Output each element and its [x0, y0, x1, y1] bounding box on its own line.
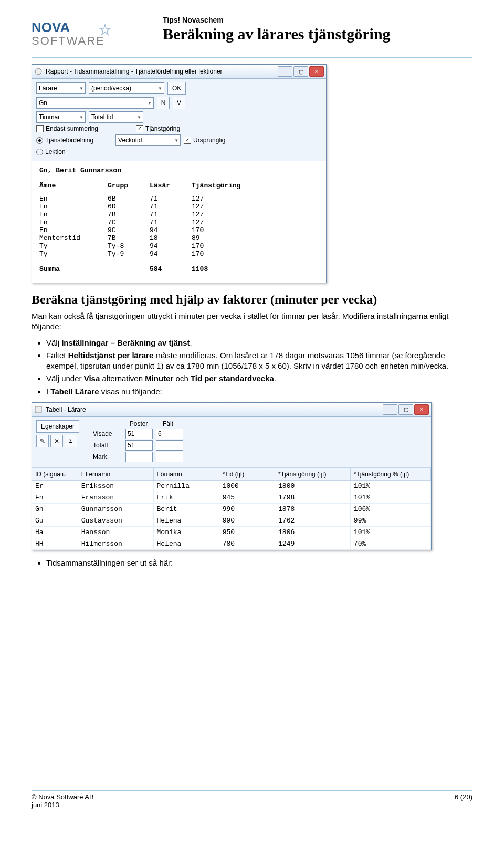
bullet-list: Välj Inställningar – Beräkning av tjänst… [46, 338, 472, 397]
table-header: ID (signatu Efternamn Förnamn *Tid (tjf)… [32, 468, 431, 481]
report-row: En6B71127 [39, 195, 319, 203]
totaltid-dropdown[interactable]: Total tid [89, 111, 143, 123]
svg-text:SOFTWARE: SOFTWARE [32, 34, 105, 47]
minimize-button[interactable]: – [383, 404, 397, 415]
report-body: Gn, Berit Gunnarsson Ämne Grupp Läsår Tj… [32, 161, 326, 283]
footer: © Nova Software AB juni 2013 6 (20) [32, 790, 472, 809]
app-icon [34, 405, 43, 414]
table-row[interactable]: FnFranssonErik9451798101% [32, 492, 431, 504]
teacher-name: Gn, Berit Gunnarsson [39, 166, 319, 174]
report-row: En7B71127 [39, 211, 319, 218]
report-window: Rapport - Tidsammanställning - Tjänstefö… [32, 64, 327, 283]
ok-button[interactable]: OK [167, 82, 186, 95]
n-button[interactable]: N [157, 97, 170, 109]
minimize-button[interactable]: – [278, 66, 292, 77]
svg-rect-4 [35, 406, 41, 413]
report-row: En9C94170 [39, 226, 319, 234]
svg-marker-1 [100, 25, 110, 35]
veckotid-dropdown[interactable]: Veckotid [116, 134, 181, 146]
sigma-button[interactable]: Σ [65, 435, 77, 447]
window-title: Rapport - Tidsammanställning - Tjänstefö… [46, 68, 278, 75]
larare-dropdown[interactable]: Lärare [36, 82, 86, 94]
tips-label: Tips! Novaschem [163, 16, 472, 24]
titlebar: Rapport - Tidsammanställning - Tjänstefö… [32, 65, 326, 79]
svg-point-3 [35, 68, 41, 75]
report-row: Mentorstid7B1889 [39, 234, 319, 242]
endast-checkbox[interactable]: Endast summering [36, 125, 98, 132]
tjanstgoring-checkbox[interactable]: ✓Tjänstgöring [136, 125, 180, 132]
maximize-button[interactable]: ▢ [293, 66, 308, 77]
section-title: Beräkna tjänstgöring med hjälp av faktor… [32, 293, 472, 307]
section-para: Man kan också få tjänstgöringen uttryckt… [32, 311, 472, 332]
table-row[interactable]: ErErikssonPernilla10001800101% [32, 481, 431, 492]
lektion-radio[interactable]: Lektion [36, 148, 66, 155]
close-button[interactable]: ✕ [414, 404, 429, 415]
report-row: En7C71127 [39, 218, 319, 226]
table-row[interactable]: HaHanssonMonika9501806101% [32, 527, 431, 538]
report-row: TyTy-894170 [39, 242, 319, 250]
tjanstefördelning-radio[interactable]: Tjänstefördelning [36, 137, 93, 144]
totalt-falt [156, 440, 183, 451]
egenskaper-button[interactable]: Egenskaper [36, 420, 79, 433]
table-window: Tabell - Lärare – ▢ ✕ Egenskaper ✎ ✕ Σ [32, 402, 432, 550]
last-bullet: Tidsammanställningen ser ut så här: [46, 558, 472, 568]
tool-btn-2[interactable]: ✕ [50, 435, 63, 447]
period-dropdown[interactable]: (period/vecka) [89, 82, 164, 94]
totalt-poster: 51 [125, 440, 153, 451]
tool-btn-1[interactable]: ✎ [36, 435, 49, 447]
close-button[interactable]: ✕ [309, 66, 324, 77]
visade-poster: 51 [125, 429, 153, 439]
app-icon [34, 67, 43, 76]
table-row[interactable]: GuGustavssonHelena990176299% [32, 515, 431, 527]
svg-text:NOVA: NOVA [32, 19, 70, 35]
report-row: En6D71127 [39, 203, 319, 211]
table-row[interactable]: HHHilmerssonHelena780124970% [32, 538, 431, 550]
ursprunglig-checkbox[interactable]: ✓Ursprunglig [184, 137, 225, 144]
v-button[interactable]: V [173, 97, 185, 109]
mark-poster [125, 452, 153, 462]
page-header: NOVA SOFTWARE Tips! Novaschem Beräkning … [32, 16, 472, 58]
titlebar: Tabell - Lärare – ▢ ✕ [32, 403, 431, 417]
visade-falt: 6 [156, 429, 183, 439]
maximize-button[interactable]: ▢ [398, 404, 413, 415]
logo: NOVA SOFTWARE [32, 16, 142, 53]
table-row[interactable]: GnGunnarssonBerit9901878106% [32, 504, 431, 515]
page-title: Beräkning av lärares tjänstgöring [163, 25, 472, 43]
gn-dropdown[interactable]: Gn [36, 97, 154, 109]
report-row: TyTy-994170 [39, 250, 319, 258]
window-title: Tabell - Lärare [46, 406, 383, 413]
mark-falt [156, 452, 183, 462]
table-body: ErErikssonPernilla10001800101%FnFransson… [32, 481, 431, 550]
timmar-dropdown[interactable]: Timmar [36, 111, 86, 123]
